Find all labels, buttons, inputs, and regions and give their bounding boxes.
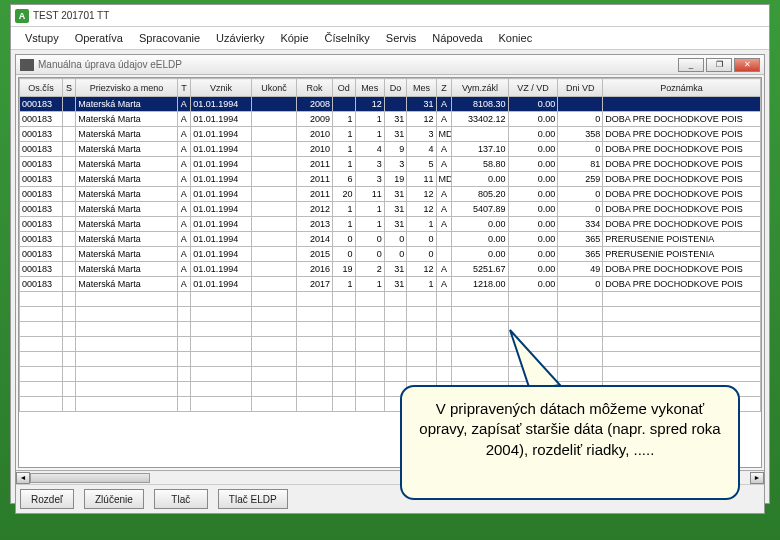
close-button[interactable]: ✕ — [734, 58, 760, 72]
rozdel-button[interactable]: Rozdeľ — [20, 489, 74, 509]
menu-koniec[interactable]: Koniec — [491, 30, 541, 46]
menubar: Vstupy Operatíva Spracovanie Uzávierky K… — [11, 27, 769, 50]
table-row[interactable]: 000183Materská MartaA01.01.199420101494A… — [20, 142, 761, 157]
grid-header: Os.čísSPriezvisko a menoTVznikUkončRokOd… — [20, 79, 761, 97]
col-header[interactable]: Vznik — [191, 79, 252, 97]
maximize-button[interactable]: ❐ — [706, 58, 732, 72]
titlebar: A TEST 201701 TT — [11, 5, 769, 27]
empty-row — [20, 352, 761, 367]
table-row[interactable]: 000183Materská MartaA01.01.1994201711311… — [20, 277, 761, 292]
zlucenie-button[interactable]: Zlúčenie — [84, 489, 144, 509]
app-title: TEST 201701 TT — [33, 10, 109, 21]
col-header[interactable]: Mes — [355, 79, 384, 97]
table-row[interactable]: 000183Materská MartaA01.01.1994201619231… — [20, 262, 761, 277]
table-row[interactable]: 000183Materská MartaA01.01.1994201500000… — [20, 247, 761, 262]
table-row[interactable]: 000183Materská MartaA01.01.1994201311311… — [20, 217, 761, 232]
menu-napoveda[interactable]: Nápoveda — [424, 30, 490, 46]
col-header[interactable]: Dni VD — [558, 79, 603, 97]
col-header[interactable]: Rok — [296, 79, 332, 97]
document-icon — [20, 59, 34, 71]
empty-row — [20, 337, 761, 352]
menu-spracovanie[interactable]: Spracovanie — [131, 30, 208, 46]
col-header[interactable]: Vym.zákl — [452, 79, 508, 97]
empty-row — [20, 367, 761, 382]
child-window-title: Manuálna úprava údajov eELDP — [38, 59, 674, 70]
table-row[interactable]: 000183Materská MartaA01.01.1994200911311… — [20, 112, 761, 127]
table-row[interactable]: 000183Materská MartaA01.01.199420111335A… — [20, 157, 761, 172]
empty-row — [20, 322, 761, 337]
menu-vstupy[interactable]: Vstupy — [17, 30, 67, 46]
help-callout: V pripravených dátach môžeme vykonať opr… — [400, 385, 740, 500]
table-row[interactable]: 000183Materská MartaA01.01.1994201120113… — [20, 187, 761, 202]
empty-row — [20, 292, 761, 307]
col-header[interactable]: VZ / VD — [508, 79, 558, 97]
col-header[interactable]: Z — [436, 79, 452, 97]
scroll-thumb[interactable] — [30, 473, 150, 483]
empty-row — [20, 307, 761, 322]
svg-marker-0 — [510, 330, 560, 390]
col-header[interactable]: Os.čís — [20, 79, 63, 97]
tlac-button[interactable]: Tlač — [154, 489, 208, 509]
table-row[interactable]: 000183Materská MartaA01.01.1994201163191… — [20, 172, 761, 187]
menu-operativa[interactable]: Operatíva — [67, 30, 131, 46]
table-row[interactable]: 000183Materská MartaA01.01.1994201011313… — [20, 127, 761, 142]
col-header[interactable]: Do — [384, 79, 407, 97]
tlac-eldp-button[interactable]: Tlač ELDP — [218, 489, 288, 509]
menu-uzavierky[interactable]: Uzávierky — [208, 30, 272, 46]
app-icon: A — [15, 9, 29, 23]
callout-text: V pripravených dátach môžeme vykonať opr… — [419, 400, 720, 458]
menu-ciselniky[interactable]: Číselníky — [317, 30, 378, 46]
col-header[interactable]: Ukonč — [251, 79, 296, 97]
table-row[interactable]: 000183Materská MartaA01.01.1994201211311… — [20, 202, 761, 217]
col-header[interactable]: S — [62, 79, 76, 97]
col-header[interactable]: Od — [332, 79, 355, 97]
col-header[interactable]: Poznámka — [603, 79, 761, 97]
scroll-left-button[interactable]: ◄ — [16, 472, 30, 484]
col-header[interactable]: T — [177, 79, 191, 97]
menu-kopie[interactable]: Kópie — [272, 30, 316, 46]
menu-servis[interactable]: Servis — [378, 30, 425, 46]
col-header[interactable]: Mes — [407, 79, 436, 97]
child-window-titlebar: Manuálna úprava údajov eELDP _ ❐ ✕ — [16, 55, 764, 75]
table-row[interactable]: 000183Materská MartaA01.01.199420081231A… — [20, 97, 761, 112]
table-row[interactable]: 000183Materská MartaA01.01.1994201400000… — [20, 232, 761, 247]
scroll-right-button[interactable]: ► — [750, 472, 764, 484]
minimize-button[interactable]: _ — [678, 58, 704, 72]
col-header[interactable]: Priezvisko a meno — [76, 79, 177, 97]
